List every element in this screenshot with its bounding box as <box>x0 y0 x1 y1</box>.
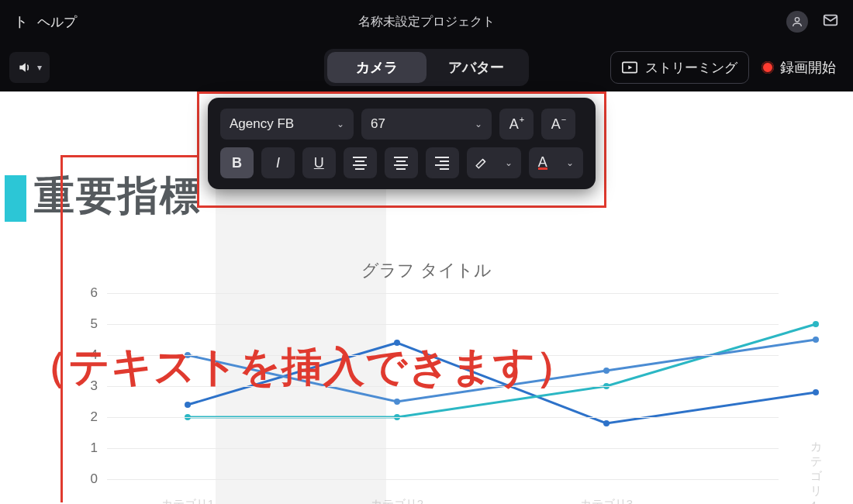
truncated-menu-item[interactable]: ト <box>14 12 28 31</box>
help-menu[interactable]: ヘルプ <box>37 13 77 31</box>
underline-button[interactable]: U <box>302 147 336 178</box>
mail-icon <box>822 12 839 29</box>
y-tick: 2 <box>84 409 98 425</box>
x-tick: カテゴリ4 <box>810 440 822 504</box>
chevron-down-icon: ⌄ <box>337 119 344 129</box>
svg-point-14 <box>813 337 819 343</box>
x-tick: カテゴリ3 <box>580 497 633 504</box>
svg-point-13 <box>603 368 610 374</box>
align-center-button[interactable] <box>385 147 418 178</box>
svg-point-3 <box>185 402 191 408</box>
stream-icon <box>622 61 637 74</box>
callout-line-horizontal <box>60 155 199 157</box>
align-right-icon <box>435 157 449 170</box>
font-decrease-button[interactable]: A− <box>541 109 575 140</box>
audio-button[interactable]: ▾ <box>9 52 50 83</box>
y-tick: 5 <box>84 316 98 332</box>
font-size-value: 67 <box>371 116 385 132</box>
svg-point-6 <box>813 389 819 395</box>
streaming-label: ストリーミング <box>645 59 737 77</box>
chart-title: グラフ タイトル <box>361 259 491 282</box>
align-left-icon <box>353 157 367 170</box>
bold-button[interactable]: B <box>220 147 254 178</box>
speaker-icon <box>17 60 33 75</box>
y-tick: 6 <box>84 285 98 301</box>
chevron-down-icon: ⌄ <box>475 119 482 129</box>
menubar: ト ヘルプ 名称未設定プロジェクト <box>0 0 853 43</box>
record-button[interactable]: 録画開始 <box>761 58 844 77</box>
tab-camera[interactable]: カメラ <box>327 52 427 83</box>
overlay-annotation-text: （テキストを挿入できます） <box>26 340 578 395</box>
callout-line-vertical <box>60 155 63 502</box>
project-title: 名称未設定プロジェクト <box>358 14 495 30</box>
x-tick: カテゴリ1 <box>161 497 214 504</box>
svg-point-10 <box>813 321 819 327</box>
chevron-down-icon: ⌄ <box>505 157 513 168</box>
chevron-down-icon: ⌄ <box>566 157 574 168</box>
font-color-icon: A <box>538 157 547 170</box>
user-icon <box>791 16 803 28</box>
mode-tabs: カメラ アバター <box>324 49 529 86</box>
font-increase-button[interactable]: A+ <box>499 109 534 140</box>
record-label: 録画開始 <box>780 58 836 77</box>
record-icon <box>761 61 774 74</box>
chevron-down-icon: ▾ <box>37 62 42 73</box>
main-toolbar: ▾ カメラ アバター ストリーミング 録画開始 <box>0 43 853 91</box>
align-center-icon <box>394 157 408 170</box>
mail-button[interactable] <box>822 12 839 33</box>
svg-point-5 <box>603 420 610 426</box>
streaming-button[interactable]: ストリーミング <box>610 51 749 84</box>
font-family-select[interactable]: Agency FB ⌄ <box>220 109 354 140</box>
font-size-select[interactable]: 67 ⌄ <box>361 109 492 140</box>
svg-point-12 <box>394 399 400 405</box>
y-tick: 0 <box>84 471 98 487</box>
svg-point-0 <box>795 18 799 22</box>
align-right-button[interactable] <box>426 147 459 178</box>
account-avatar[interactable] <box>786 11 808 33</box>
align-left-button[interactable] <box>344 147 377 178</box>
accent-square <box>5 175 26 222</box>
text-format-toolbar: Agency FB ⌄ 67 ⌄ A+ A− B I U ⌄ A <box>208 98 596 189</box>
y-tick: 1 <box>84 440 98 456</box>
font-color-button[interactable]: A ⌄ <box>529 147 583 178</box>
tab-avatar[interactable]: アバター <box>427 52 526 83</box>
font-family-value: Agency FB <box>230 116 294 132</box>
highlight-color-button[interactable]: ⌄ <box>467 147 521 178</box>
slide-heading[interactable]: 重要指標 <box>34 169 202 223</box>
x-tick: カテゴリ2 <box>371 497 423 504</box>
highlight-icon <box>475 156 489 170</box>
italic-button[interactable]: I <box>261 147 295 178</box>
